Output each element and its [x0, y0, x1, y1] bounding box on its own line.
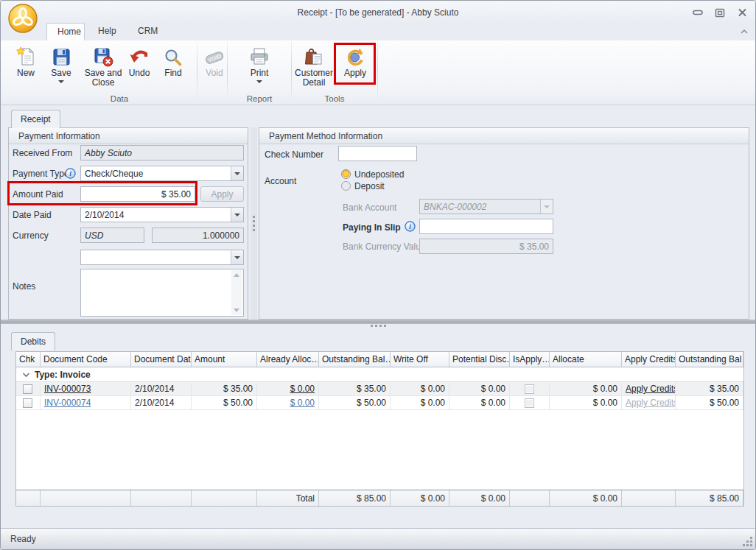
paying-in-slip-input[interactable]	[419, 219, 553, 234]
ribbon-separator	[197, 42, 197, 101]
document-code-link[interactable]: INV-000074	[44, 398, 91, 408]
find-button[interactable]: Find	[157, 42, 189, 94]
col-header-outstanding-balance-2[interactable]: Outstanding Bal…	[676, 352, 743, 367]
save-and-close-button[interactable]: Save and Close	[82, 42, 125, 94]
customer-detail-button[interactable]: Customer Detail	[293, 42, 335, 94]
save-button[interactable]: Save	[45, 42, 77, 94]
ribbon-collapse-button[interactable]	[739, 27, 749, 36]
find-icon	[164, 42, 183, 67]
amount-paid-input[interactable]	[80, 186, 195, 202]
save-close-icon	[93, 42, 113, 67]
col-header-document-code[interactable]: Document Code	[41, 352, 131, 367]
tab-help[interactable]: Help	[88, 23, 126, 40]
dropdown-arrow-icon[interactable]	[231, 166, 243, 180]
is-apply-checkbox	[525, 398, 534, 408]
ribbon-group-tools: Tools	[293, 94, 377, 105]
exchange-rate-field: 1.000000	[152, 228, 244, 243]
horizontal-splitter-handle[interactable]	[371, 325, 386, 327]
print-dropdown-caret-icon[interactable]	[256, 80, 262, 83]
dropdown-arrow-icon[interactable]	[231, 208, 243, 222]
apply-amount-button: Apply	[200, 186, 244, 202]
dropdown-arrow-icon[interactable]	[231, 250, 243, 264]
currency-code-field: USD	[80, 228, 144, 243]
dropdown-arrow-icon	[540, 200, 553, 214]
document-date-cell: 2/10/2014	[131, 382, 192, 395]
table-row: INV-000074 2/10/2014 $ 50.00 $ 0.00 $ 50…	[16, 396, 743, 410]
empty-combo[interactable]	[80, 250, 244, 265]
deposit-radio-label[interactable]: Deposit	[354, 181, 385, 191]
new-button[interactable]: New	[11, 42, 41, 94]
app-logo-icon	[7, 3, 38, 34]
apply-credits-link[interactable]: Apply Credits	[626, 384, 676, 394]
col-header-outstanding-balance[interactable]: Outstanding Bal…	[319, 352, 391, 367]
row-chk-cell	[16, 396, 41, 409]
tab-debits[interactable]: Debits	[11, 332, 55, 350]
horizontal-splitter[interactable]	[1, 320, 755, 324]
check-number-label: Check Number	[265, 149, 323, 160]
apply-button[interactable]: Apply	[338, 42, 372, 94]
notes-label: Notes	[13, 281, 35, 292]
tab-crm[interactable]: CRM	[127, 23, 166, 40]
tab-home[interactable]: Home	[46, 23, 85, 40]
already-allocated-link[interactable]: $ 0.00	[290, 384, 315, 394]
ribbon-group-data: Data	[13, 94, 226, 105]
date-paid-combo[interactable]: 2/10/2014	[80, 207, 244, 222]
col-header-potential-discount[interactable]: Potential Disc…	[449, 352, 510, 367]
resize-grip[interactable]	[743, 537, 753, 547]
window-title: Receipt - [To be generated] - Abby Sciut…	[1, 7, 755, 18]
ribbon-tabstrip: Home Help CRM	[1, 23, 755, 40]
row-checkbox[interactable]	[23, 384, 32, 394]
ribbon-group-separator	[291, 42, 292, 101]
total-label: Total	[257, 490, 319, 506]
ribbon-group-separator	[227, 42, 228, 101]
col-header-apply-credits[interactable]: Apply Credits	[622, 352, 676, 367]
print-icon	[249, 42, 270, 67]
col-header-already-allocated[interactable]: Already Alloc…	[257, 352, 319, 367]
payment-method-title: Payment Method Information	[259, 128, 749, 144]
col-header-write-off[interactable]: Write Off	[391, 352, 449, 367]
app-window: Receipt - [To be generated] - Abby Sciut…	[0, 0, 756, 550]
scroll-up-icon[interactable]	[234, 273, 239, 277]
svg-text:i: i	[409, 223, 411, 230]
tab-receipt[interactable]: Receipt	[11, 110, 60, 128]
notes-textarea[interactable]	[80, 269, 244, 317]
debits-grid: Chk Document Code Document Date Amount A…	[15, 351, 744, 507]
scroll-down-icon[interactable]	[234, 309, 239, 312]
collapse-chevron-icon[interactable]	[22, 370, 30, 380]
col-header-document-date[interactable]: Document Date	[131, 352, 192, 367]
payment-information-title: Payment Information	[9, 128, 248, 144]
paying-in-slip-info-icon[interactable]: i	[405, 221, 416, 234]
bank-currency-value-field: $ 35.00	[419, 239, 553, 254]
document-code-link[interactable]: INV-000073	[44, 384, 91, 394]
undeposited-radio[interactable]	[341, 169, 351, 179]
total-potential-discount: $ 0.00	[449, 490, 510, 506]
restore-button[interactable]	[711, 7, 729, 18]
apply-credits-link[interactable]: Apply Credits	[626, 398, 676, 408]
print-button[interactable]: Print	[242, 42, 276, 94]
bank-currency-value-label: Bank Currency Value	[343, 241, 426, 252]
deposit-radio[interactable]	[341, 181, 351, 191]
row-chk-cell	[16, 382, 41, 395]
status-bar: Ready	[1, 528, 755, 549]
minimize-button[interactable]	[689, 7, 707, 18]
app-menu-button[interactable]	[7, 3, 38, 36]
new-document-icon	[15, 42, 36, 67]
col-header-is-apply[interactable]: IsApply…	[510, 352, 550, 367]
vertical-splitter[interactable]	[251, 127, 257, 320]
undo-button[interactable]: Undo	[125, 42, 154, 94]
save-dropdown-caret-icon[interactable]	[58, 80, 64, 83]
col-header-amount[interactable]: Amount	[192, 352, 257, 367]
check-number-input[interactable]	[338, 146, 417, 161]
is-apply-checkbox	[525, 384, 534, 394]
row-checkbox[interactable]	[23, 398, 32, 408]
payment-type-label: Payment Type	[13, 169, 66, 179]
payment-type-combo[interactable]: Check/Cheque	[80, 166, 244, 181]
col-header-allocate[interactable]: Allocate	[550, 352, 622, 367]
already-allocated-link[interactable]: $ 0.00	[290, 398, 315, 408]
notes-scrollbar[interactable]	[231, 270, 242, 315]
col-header-chk[interactable]: Chk	[16, 352, 41, 367]
close-button[interactable]	[733, 7, 751, 18]
payment-type-info-icon[interactable]: i	[65, 168, 76, 181]
total-outstanding-balance-2: $ 85.00	[676, 490, 743, 506]
undeposited-radio-label[interactable]: Undeposited	[354, 169, 404, 180]
